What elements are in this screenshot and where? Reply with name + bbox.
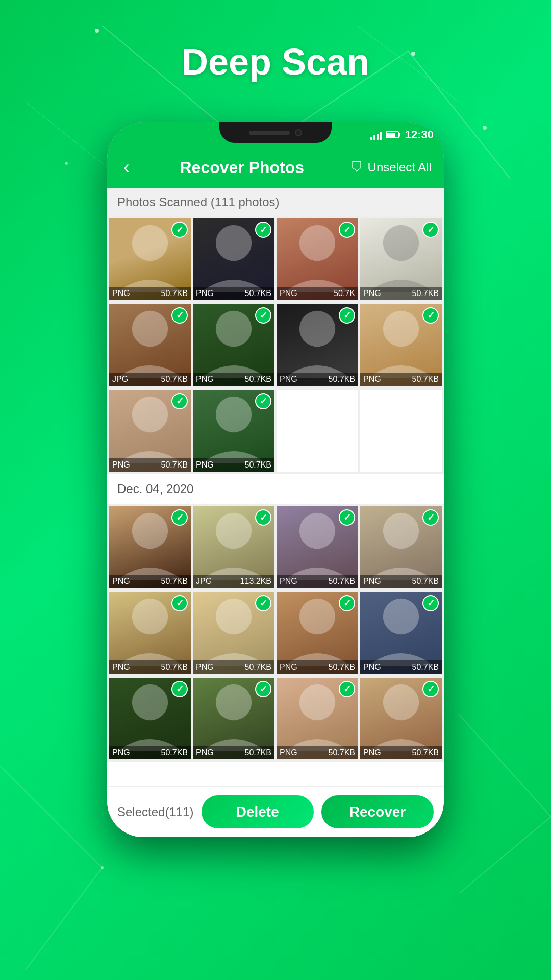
front-camera <box>295 129 302 136</box>
svg-point-23 <box>132 397 168 432</box>
check-badge: ✓ <box>255 595 271 611</box>
photo-size: 50.7KB <box>329 375 355 384</box>
bottom-bar: Selected(111) Delete Recover <box>107 786 444 837</box>
photo-item-empty <box>360 390 442 472</box>
photo-size: 50.7KB <box>161 577 188 586</box>
check-badge: ✓ <box>339 222 355 238</box>
photo-format: PNG <box>363 663 381 672</box>
photo-format: PNG <box>280 375 297 384</box>
photo-item[interactable]: PNG 50.7KB ✓ <box>277 678 358 760</box>
header-title: Recover Photos <box>180 158 304 177</box>
photo-format: PNG <box>112 289 130 298</box>
check-badge: ✓ <box>171 509 188 526</box>
date-section: Dec. 04, 2020 <box>107 474 444 504</box>
photo-item[interactable]: PNG 50.7KB ✓ <box>109 506 191 588</box>
photo-item[interactable]: PNG 50.7KB ✓ <box>109 678 191 760</box>
svg-line-11 <box>26 868 102 970</box>
photo-format: PNG <box>363 748 381 757</box>
speaker <box>249 131 290 135</box>
svg-point-29 <box>132 599 168 634</box>
photo-item[interactable]: PNG 50.7KB ✓ <box>193 390 274 472</box>
svg-point-8 <box>65 162 68 165</box>
recover-button[interactable]: Recover <box>321 795 434 828</box>
photo-item[interactable]: PNG 50.7KB ✓ <box>360 592 442 674</box>
photo-item[interactable]: JPG 50.7KB ✓ <box>109 304 191 386</box>
photo-item[interactable]: PNG 50.7KB ✓ <box>109 218 191 300</box>
photo-grid-row3: PNG 50.7KB ✓ PNG <box>107 388 444 474</box>
photo-format: PNG <box>280 748 297 757</box>
photo-size: 50.7KB <box>329 748 355 757</box>
svg-point-18 <box>383 225 419 261</box>
photo-size: 50.7KB <box>245 663 271 672</box>
photo-item[interactable]: PNG 50.7KB ✓ <box>360 678 442 760</box>
photo-format: PNG <box>112 577 130 586</box>
svg-point-9 <box>483 126 487 130</box>
svg-point-30 <box>216 599 252 634</box>
check-badge: ✓ <box>255 222 271 238</box>
photo-item[interactable]: JPG 113.2KB ✓ <box>193 506 274 588</box>
photo-format: PNG <box>363 289 381 298</box>
photo-format: PNG <box>112 460 130 470</box>
photo-item[interactable]: PNG 50.7KB ✓ <box>193 218 274 300</box>
photo-item[interactable]: PNG 50.7KB ✓ <box>109 390 191 472</box>
svg-point-36 <box>383 684 419 720</box>
section-header-scanned: Photos Scanned (111 photos) <box>107 188 444 216</box>
check-badge: ✓ <box>422 222 439 238</box>
back-button[interactable]: ‹ <box>119 153 134 182</box>
svg-point-25 <box>132 513 168 549</box>
photo-format: PNG <box>280 289 297 298</box>
photo-item[interactable]: PNG 50.7KB ✓ <box>277 592 358 674</box>
check-badge: ✓ <box>255 393 271 409</box>
check-badge: ✓ <box>171 393 188 409</box>
photo-format: PNG <box>363 375 381 384</box>
photo-format: PNG <box>112 748 130 757</box>
photo-item[interactable]: PNG 50.7KB ✓ <box>360 304 442 386</box>
photo-item[interactable]: PNG 50.7KB ✓ <box>193 678 274 760</box>
check-badge: ✓ <box>422 681 439 697</box>
delete-button[interactable]: Delete <box>202 795 314 828</box>
photo-item[interactable]: PNG 50.7KB ✓ <box>109 592 191 674</box>
photo-grid-row4: PNG 50.7KB ✓ JPG <box>107 504 444 590</box>
svg-point-22 <box>383 311 419 347</box>
svg-point-5 <box>95 29 99 33</box>
phone-mockup: 12:30 ‹ Recover Photos ⛉ Unselect All Ph… <box>107 122 444 837</box>
check-badge: ✓ <box>171 222 188 238</box>
photo-size: 50.7KB <box>161 748 188 757</box>
svg-point-27 <box>299 513 335 549</box>
photo-item[interactable]: PNG 50.7KB ✓ <box>277 506 358 588</box>
check-badge: ✓ <box>339 595 355 611</box>
check-badge: ✓ <box>339 307 355 324</box>
photo-size: 50.7KB <box>161 460 188 470</box>
check-badge: ✓ <box>255 681 271 697</box>
check-badge: ✓ <box>171 595 188 611</box>
photo-item[interactable]: PNG 50.7KB ✓ <box>360 218 442 300</box>
photo-size: 50.7KB <box>161 663 188 672</box>
photo-item[interactable]: PNG 50.7K ✓ <box>277 218 358 300</box>
photo-format: PNG <box>196 375 214 384</box>
photo-item[interactable]: PNG 50.7KB ✓ <box>277 304 358 386</box>
photo-item[interactable]: PNG 50.7KB ✓ <box>360 506 442 588</box>
photo-size: 50.7KB <box>412 663 439 672</box>
photo-size: 50.7KB <box>412 375 439 384</box>
photo-grid-row6: PNG 50.7KB ✓ PNG <box>107 676 444 762</box>
phone-notch <box>219 122 332 143</box>
svg-point-24 <box>216 397 252 432</box>
svg-point-19 <box>132 311 168 347</box>
photo-item[interactable]: PNG 50.7KB ✓ <box>193 592 274 674</box>
photo-format: PNG <box>196 663 214 672</box>
svg-point-16 <box>216 225 252 261</box>
photo-item[interactable]: PNG 50.7KB ✓ <box>193 304 274 386</box>
filter-icon: ⛉ <box>350 160 364 176</box>
photo-format: PNG <box>363 577 381 586</box>
photo-size: 113.2KB <box>240 577 271 586</box>
svg-point-17 <box>299 225 335 261</box>
battery-icon <box>386 131 399 138</box>
svg-line-10 <box>0 766 102 868</box>
check-badge: ✓ <box>422 509 439 526</box>
check-badge: ✓ <box>422 307 439 324</box>
unselect-all-button[interactable]: ⛉ Unselect All <box>350 160 432 176</box>
svg-point-26 <box>216 513 252 549</box>
photo-size: 50.7KB <box>245 460 271 470</box>
photo-grid-row2: JPG 50.7KB ✓ PNG <box>107 302 444 388</box>
selected-count: Selected(111) <box>117 805 193 819</box>
